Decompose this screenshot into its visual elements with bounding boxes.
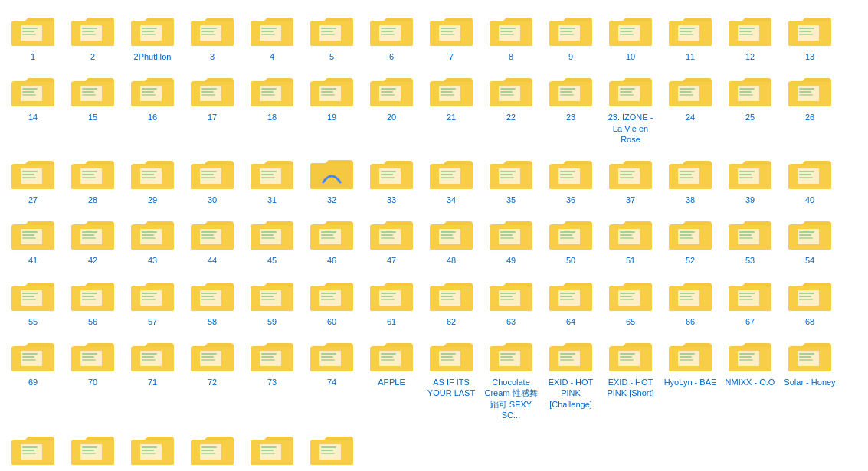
folder-item[interactable]: 72 [182,332,242,425]
folder-item[interactable]: 8 [481,6,541,67]
folder-item[interactable]: 22 [481,67,541,149]
folder-item[interactable]: 成人礼 [63,425,123,471]
folder-item[interactable]: 35 [481,149,541,210]
folder-item[interactable]: 11 [660,6,720,67]
folder-item[interactable]: 韩舞3 [242,425,302,471]
folder-item[interactable]: 37 [601,149,660,210]
folder-item[interactable]: 韩舞2 [182,425,242,471]
folder-item[interactable]: 33 [362,149,421,210]
svg-rect-432 [142,356,154,358]
folder-item[interactable]: AS IF ITS YOUR LAST [421,332,481,425]
folder-item[interactable]: 25 [720,67,780,149]
folder-item[interactable]: 63 [481,271,541,332]
folder-label: 10 [626,51,635,62]
folder-item[interactable]: 48 [421,210,481,270]
folder-item[interactable]: 16 [123,67,182,149]
folder-item[interactable]: 44 [182,210,242,270]
folder-item[interactable]: 12 [720,6,780,67]
folder-item[interactable]: APPLE [362,332,421,425]
folder-item[interactable]: 39 [720,149,780,210]
folder-item[interactable]: 42 [63,210,123,270]
folder-item[interactable]: 18 [242,67,302,149]
folder-item[interactable]: EXID - HOT PINK [Challenge] [541,332,601,425]
svg-rect-190 [201,174,214,175]
folder-item[interactable]: 46 [302,210,362,270]
folder-item[interactable]: 57 [123,271,182,332]
folder-item[interactable]: 14 [3,67,63,149]
folder-item[interactable]: 52 [660,210,720,270]
folder-item[interactable]: 28 [63,149,123,210]
folder-item[interactable]: 49 [481,210,541,270]
svg-rect-165 [799,88,814,90]
folder-item[interactable]: 29 [123,149,182,210]
folder-item[interactable]: 50 [541,210,601,270]
folder-item[interactable]: 69 [3,332,63,425]
folder-item[interactable]: 韩舞 [123,425,182,471]
folder-item[interactable]: 6 [362,6,421,67]
folder-icon [129,154,175,192]
folder-item[interactable]: 66 [660,271,720,332]
folder-item[interactable]: 56 [63,271,123,332]
folder-item[interactable]: 24 [660,67,720,149]
folder-item[interactable]: 7 [421,6,481,67]
folder-item[interactable]: Solar - Honey [780,332,840,425]
folder-item[interactable]: 64 [541,271,601,332]
folder-item[interactable]: EXID - HOT PINK [Short] [601,332,660,425]
folder-item[interactable]: 13 [780,6,840,67]
folder-item[interactable]: 23 [541,67,601,149]
folder-item[interactable]: 41 [3,210,63,270]
folder-item[interactable]: 2 [63,6,123,67]
folder-item[interactable]: 71 [123,332,182,425]
folder-item[interactable]: 21 [421,67,481,149]
folder-item[interactable]: 45 [242,210,302,270]
folder-item[interactable]: 32 [302,149,362,210]
svg-rect-45 [441,28,456,29]
folder-item[interactable]: 小鹿乱撞 Ryan.B & D-DAY - I'm Feelin... [302,425,362,471]
folder-item[interactable]: 17 [182,67,242,149]
folder-item[interactable]: 10 [601,6,660,67]
folder-item[interactable]: 15 [63,67,123,149]
folder-item[interactable]: 70 [63,332,123,425]
folder-item[interactable]: 73 [242,332,302,425]
folder-item[interactable]: 34 [421,149,481,210]
folder-item[interactable]: 68 [780,271,840,332]
folder-item[interactable]: 36 [541,149,601,210]
folder-item[interactable]: 59 [242,271,302,332]
folder-item[interactable]: 40 [780,149,840,210]
folder-item[interactable]: 65 [601,271,660,332]
folder-item[interactable]: 53 [720,210,780,270]
svg-rect-113 [261,94,275,96]
folder-item[interactable]: 62 [421,271,481,332]
folder-item[interactable]: 26 [780,67,840,149]
folder-item[interactable]: 23. IZONE - La Vie en Rose [601,67,660,149]
folder-item[interactable]: 30 [182,149,242,210]
folder-icon [309,214,355,253]
folder-item[interactable]: 74 [302,332,362,425]
folder-item[interactable]: STAYC - SO BAD [3,425,63,471]
folder-item[interactable]: 4 [242,6,302,67]
folder-item[interactable]: 54 [780,210,840,270]
folder-item[interactable]: 2PhutHon [123,6,182,67]
folder-item[interactable]: 20 [362,67,421,149]
folder-item[interactable]: 60 [302,271,362,332]
svg-rect-383 [500,293,516,294]
folder-item[interactable]: 61 [362,271,421,332]
folder-item[interactable]: 43 [123,210,182,270]
folder-item[interactable]: NMIXX - O.O [720,332,780,425]
folder-item[interactable]: 58 [182,271,242,332]
folder-item[interactable]: 67 [720,271,780,332]
folder-item[interactable]: 55 [3,271,63,332]
folder-label: 44 [208,255,217,266]
folder-item[interactable]: 1 [3,6,63,67]
folder-item[interactable]: 51 [601,210,660,270]
folder-item[interactable]: 9 [541,6,601,67]
folder-item[interactable]: 5 [302,6,362,67]
folder-item[interactable]: 19 [302,67,362,149]
folder-item[interactable]: 27 [3,149,63,210]
folder-item[interactable]: 3 [182,6,242,67]
folder-item[interactable]: 31 [242,149,302,210]
folder-item[interactable]: Chocolate Cream 性感舞蹈可 SEXY SC... [481,332,541,425]
folder-item[interactable]: HyoLyn - BAE [660,332,720,425]
folder-item[interactable]: 47 [362,210,421,270]
folder-item[interactable]: 38 [660,149,720,210]
